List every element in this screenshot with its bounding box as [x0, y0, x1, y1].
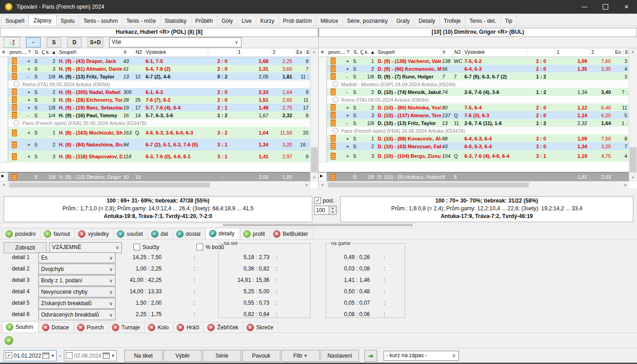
- chevron-down-icon[interactable]: ▼: [51, 354, 55, 358]
- column-header-blank[interactable]: [208, 48, 237, 57]
- spinner-down-icon[interactable]: ▼: [329, 210, 336, 214]
- tab-kolo[interactable]: ✕Kolo: [144, 322, 174, 333]
- collapse-group-icon[interactable]: ↓: [332, 81, 338, 87]
- column-header-s[interactable]: S.: [352, 48, 359, 57]
- column-header-povrc[interactable]: povrc...: [8, 48, 26, 57]
- column-header-n2[interactable]: N2: [453, 48, 463, 57]
- mode-select[interactable]: VZÁJEMNÉ ∨: [49, 242, 122, 253]
- tournament-group-row[interactable]: ↓Roma (ITA) 08.05.2024 Antuka (€9094): [0, 80, 311, 88]
- right-h-scrollbar[interactable]: ◄ ►: [319, 181, 629, 188]
- column-header-[interactable]: ✳: [319, 48, 327, 57]
- match-row[interactable]: -S1/4H. (9) - (16) Paul, Tommy16145-7, 6…: [0, 111, 311, 119]
- selected-match-row[interactable]: ▶S1/8H. (8) - (10) Dimitrov, Grigor1010:…: [0, 172, 311, 182]
- collapse-group-icon[interactable]: ↓: [332, 128, 338, 134]
- column-header-blank[interactable]: [527, 48, 555, 57]
- tab-grafy[interactable]: Grafy: [392, 16, 414, 26]
- detail-metric-select[interactable]: Es∨: [38, 252, 116, 263]
- right-v-scrollbar[interactable]: ▲ ▼: [629, 48, 637, 182]
- tab-proti-dal-m[interactable]: Proti dalším: [279, 16, 316, 26]
- match-row[interactable]: +S2D. (10) - (43) Marozsan, Fabian436-0,…: [319, 142, 629, 150]
- column-header-k[interactable]: k. ▲: [45, 48, 58, 57]
- tab-detaily[interactable]: ✓detaily: [205, 228, 240, 239]
- tab-tenis-det[interactable]: Tenis - det.: [465, 16, 501, 26]
- filtr-button[interactable]: Filtr ▼: [281, 350, 320, 362]
- scroll-right-icon[interactable]: ►: [622, 182, 629, 188]
- column-header-n2[interactable]: N2: [134, 48, 144, 57]
- date-from-checkbox[interactable]: ✓: [5, 352, 12, 359]
- tab-soupe-i[interactable]: Soupeři: [1, 16, 29, 26]
- pct-checkbox[interactable]: [196, 244, 203, 250]
- scroll-up-icon[interactable]: ▲: [629, 48, 637, 56]
- selected-match-row[interactable]: ▶S1/8D. (10) - (8) Hurkacz, Hubert88:1,8…: [319, 172, 629, 182]
- match-row[interactable]: +S2D. (9) - (66) Kecmanovic, Miomir666-4…: [319, 65, 629, 73]
- match-row[interactable]: +S2D. (10) - (80) Nishioka, Yoshihito807…: [319, 104, 629, 111]
- tab-skre-e[interactable]: ✕Skreče: [243, 322, 278, 333]
- column-header-[interactable]: ?: [345, 48, 352, 57]
- tab-detaily[interactable]: Detaily: [414, 16, 440, 26]
- tab-trofeje[interactable]: Trofeje: [439, 16, 465, 26]
- column-header-v-sledek[interactable]: Výsledek: [144, 48, 208, 57]
- date-to-field[interactable]: 02.06.2024 ▼: [64, 350, 117, 361]
- tab-live[interactable]: Live: [237, 16, 256, 26]
- tab-dal[interactable]: ✓dal: [147, 229, 173, 239]
- segment-s[interactable]: S: [47, 37, 61, 47]
- sums-checkbox[interactable]: [133, 244, 140, 250]
- scroll-down-icon[interactable]: ▼: [311, 174, 318, 182]
- tab-fav-out[interactable]: ✓fav/out: [40, 229, 75, 239]
- tab-pr-b-h[interactable]: Průběh: [191, 16, 218, 26]
- tab-kurzy[interactable]: Kurzy: [256, 16, 279, 26]
- left-h-scrollbar[interactable]: ◄ ►: [0, 181, 311, 188]
- tab-sou-et[interactable]: ✓součet: [113, 229, 147, 239]
- calendar-icon[interactable]: [42, 353, 49, 359]
- left-v-scroll-thumb[interactable]: [311, 147, 318, 172]
- scroll-left-icon[interactable]: ◄: [0, 182, 7, 188]
- send-to-ticket-button[interactable]: ➜: [364, 350, 377, 362]
- collapse-group-icon[interactable]: ↓: [14, 81, 20, 87]
- match-row[interactable]: -S1/8D. (9) - (7) Rune, Holger776-7 (9),…: [319, 73, 629, 80]
- tab-spolu[interactable]: Spolu: [56, 16, 79, 26]
- tab-eb-ek[interactable]: ✕Žebříček: [204, 322, 243, 333]
- odds-type-select[interactable]: - kurz na zápas - ∨: [384, 351, 459, 361]
- nastaven-button[interactable]: Nastavení: [321, 350, 359, 362]
- column-header-q[interactable]: Q: [359, 48, 363, 57]
- tab-dotace[interactable]: ✕Dotace: [38, 322, 74, 333]
- column-header-soupe-i[interactable]: Soupeři: [376, 48, 441, 57]
- minimize-button[interactable]: —: [574, 0, 595, 14]
- tab-g-ly[interactable]: Góly: [217, 16, 237, 26]
- collapse-group-icon[interactable]: ↓: [332, 97, 338, 103]
- segment-d[interactable]: D: [67, 37, 82, 47]
- detail-metric-select[interactable]: Nevynucené chyby∨: [38, 286, 116, 297]
- match-row[interactable]: -S1/8D. (10) - (13) Fritz, Taylor13112-6…: [319, 119, 629, 127]
- tab-m-s-ce[interactable]: Měsíce: [316, 16, 343, 26]
- tab-profit[interactable]: ✓profit: [240, 229, 270, 239]
- left-h-scroll-thumb[interactable]: [9, 182, 210, 187]
- sort-az-button[interactable]: ↓ AZ: [4, 37, 20, 47]
- chevron-down-icon[interactable]: ▼: [111, 354, 115, 358]
- match-row[interactable]: -S1/8H. (9) - (13) Fritz, Taylor13126-7 …: [0, 73, 311, 80]
- recent-count-value[interactable]: 100: [314, 206, 329, 215]
- column-header-q[interactable]: Q: [40, 48, 45, 57]
- column-header-[interactable]: ✳: [0, 48, 8, 57]
- calendar-icon[interactable]: [103, 353, 110, 359]
- tournament-group-row[interactable]: ↓Roma (ITA) 08.05.2024 Antuka (€9094): [319, 96, 629, 104]
- na-tiket-button[interactable]: Na tiket: [124, 350, 163, 362]
- segment-[interactable]: -: [26, 37, 41, 47]
- s-rie-button[interactable]: Série: [203, 350, 241, 362]
- match-row[interactable]: +S2H. (8) - (84) Nakashima, Brandon846-7…: [0, 139, 311, 151]
- column-header-k[interactable]: k. ▲: [363, 48, 376, 57]
- tab-z-pasy[interactable]: Zápasy: [28, 15, 56, 26]
- date-from-field[interactable]: ✓ 01.01.2022 ▼: [4, 350, 57, 361]
- column-header-[interactable]: ?: [26, 48, 33, 57]
- column-header-povrc[interactable]: povrc...: [327, 48, 345, 57]
- column-header-1[interactable]: 1: [237, 48, 271, 57]
- tab-v-sledky[interactable]: ✕výsledky: [74, 229, 114, 239]
- tab-hr-i[interactable]: ✕Hráči: [173, 322, 204, 333]
- right-h-scroll-thumb[interactable]: [328, 182, 529, 187]
- column-header-v-sledek[interactable]: Výsledek: [463, 48, 527, 57]
- detail-metric-select[interactable]: Odvrácených breakbalů∨: [38, 309, 116, 320]
- column-header-[interactable]: #: [441, 48, 453, 57]
- column-header-1[interactable]: 1: [555, 48, 590, 57]
- close-button[interactable]: ✕: [616, 0, 637, 14]
- column-header-2[interactable]: 2: [271, 48, 295, 57]
- scroll-right-icon[interactable]: ►: [304, 182, 311, 188]
